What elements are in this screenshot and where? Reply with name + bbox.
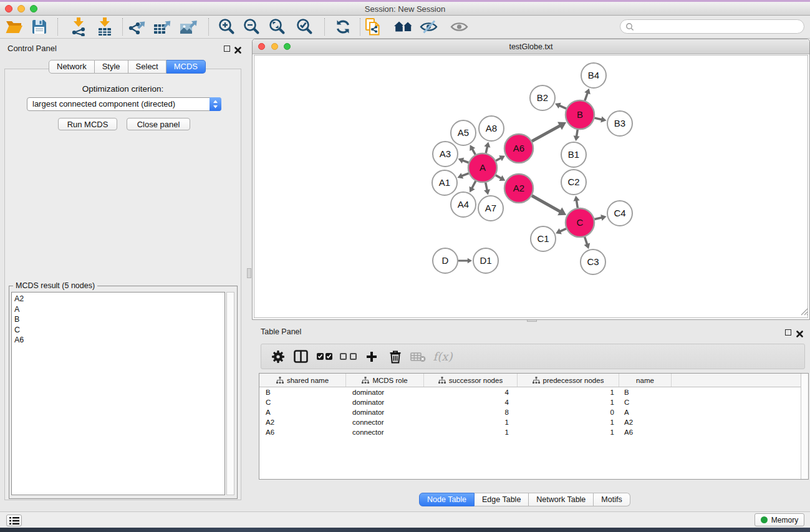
vertical-splitter-handle[interactable] xyxy=(247,268,251,278)
graph-node-C2[interactable]: C2 xyxy=(561,170,586,195)
mcds-result-item[interactable]: C xyxy=(12,325,224,336)
graph-edge-B-B1[interactable] xyxy=(577,130,578,137)
run-mcds-button[interactable]: Run MCDS xyxy=(58,118,117,130)
table-cell[interactable]: 1 xyxy=(518,418,619,426)
table-row[interactable]: A6connector11A6 xyxy=(259,427,801,437)
table-row[interactable]: Cdominator41C xyxy=(259,397,801,407)
table-cell[interactable]: dominator xyxy=(346,399,424,406)
import-table-button[interactable] xyxy=(94,17,116,37)
table-row[interactable]: Bdominator41B xyxy=(259,387,801,397)
table-cell[interactable]: 8 xyxy=(424,409,518,416)
graph-node-B1[interactable]: B1 xyxy=(561,142,586,167)
graph-node-A2[interactable]: A2 xyxy=(504,174,533,203)
graph-edge-A-A7[interactable] xyxy=(486,183,488,191)
network-window-titlebar[interactable]: testGlobe.txt xyxy=(253,39,809,54)
graph-node-A5[interactable]: A5 xyxy=(451,120,476,145)
table-cell[interactable]: 1 xyxy=(424,428,518,436)
graph-node-A8[interactable]: A8 xyxy=(479,116,504,141)
column-header-name[interactable]: name xyxy=(619,374,672,387)
delete-table-button[interactable] xyxy=(406,344,430,369)
table-cell[interactable]: A2 xyxy=(259,418,346,426)
resize-grip-icon[interactable] xyxy=(800,307,808,318)
graph-edge-B-B2[interactable] xyxy=(559,105,566,109)
memory-button[interactable]: Memory xyxy=(755,513,804,526)
graph-node-D1[interactable]: D1 xyxy=(473,248,498,273)
graph-node-A[interactable]: A xyxy=(468,153,497,182)
float-panel-icon[interactable] xyxy=(224,46,230,52)
table-row[interactable]: Adominator80A xyxy=(259,407,801,417)
hide-details-button[interactable] xyxy=(418,17,440,37)
table-cell[interactable]: dominator xyxy=(346,409,424,416)
graph-node-B4[interactable]: B4 xyxy=(581,63,606,88)
graph-edge-C-C4[interactable] xyxy=(594,218,602,220)
tab-network[interactable]: Network xyxy=(49,60,95,74)
table-cell[interactable]: A xyxy=(259,409,346,416)
search-input[interactable] xyxy=(637,22,804,31)
graph-node-A3[interactable]: A3 xyxy=(433,142,458,167)
show-details-button[interactable] xyxy=(448,17,471,37)
graph-node-B2[interactable]: B2 xyxy=(530,85,555,110)
import-network-button[interactable] xyxy=(67,17,90,37)
deselect-all-button[interactable] xyxy=(336,344,360,369)
graph-node-B3[interactable]: B3 xyxy=(607,111,632,136)
graph-edge-A6-B[interactable] xyxy=(532,125,560,141)
apply-layout-button[interactable] xyxy=(332,17,354,37)
close-panel-button[interactable]: Close panel xyxy=(127,118,190,130)
graph-node-C4[interactable]: C4 xyxy=(607,201,632,226)
function-builder-button[interactable]: f(x) xyxy=(430,344,456,369)
column-header-successor-nodes[interactable]: successor nodes xyxy=(424,374,518,387)
export-image-button[interactable] xyxy=(178,17,200,37)
network-canvas[interactable]: B4B2BB3A8A5A6B1A3AA1C2A2A4A7C4CC1C3DD1 xyxy=(254,55,808,318)
delete-columns-button[interactable] xyxy=(383,344,407,369)
table-cell[interactable]: A xyxy=(619,409,672,416)
table-cell[interactable]: A6 xyxy=(619,428,672,436)
tab-network-table[interactable]: Network Table xyxy=(529,493,594,506)
zoom-fit-button[interactable] xyxy=(266,17,288,37)
search-field[interactable] xyxy=(620,19,804,34)
graph-edge-A2-C[interactable] xyxy=(532,196,561,212)
graph-node-C3[interactable]: C3 xyxy=(581,249,605,274)
export-network-button[interactable] xyxy=(127,17,149,37)
graph-edge-A-A3[interactable] xyxy=(463,160,469,163)
graph-edge-C-C3[interactable] xyxy=(585,237,587,244)
table-cell[interactable]: B xyxy=(619,389,672,396)
column-header-mcds-role[interactable]: MCDS role xyxy=(346,374,424,387)
table-cell[interactable]: A6 xyxy=(259,428,346,436)
graph-edge-A-A6[interactable] xyxy=(496,158,501,160)
close-table-panel-icon[interactable] xyxy=(796,329,803,340)
float-table-panel-icon[interactable] xyxy=(785,329,791,336)
graph-edge-C-C1[interactable] xyxy=(560,229,566,231)
table-cell[interactable]: B xyxy=(259,389,346,396)
table-cell[interactable]: 4 xyxy=(424,389,518,396)
table-cell[interactable]: 1 xyxy=(518,428,619,436)
graph-edge-B-B4[interactable] xyxy=(585,93,587,101)
table-cell[interactable]: C xyxy=(619,399,672,406)
table-cell[interactable]: 0 xyxy=(518,409,619,416)
mcds-result-item[interactable]: B xyxy=(12,314,224,325)
column-header-predecessor-nodes[interactable]: predecessor nodes xyxy=(518,374,619,387)
table-cell[interactable]: 1 xyxy=(424,418,518,426)
graph-node-B[interactable]: B xyxy=(566,100,594,129)
show-columns-button[interactable] xyxy=(289,344,312,369)
zoom-out-button[interactable] xyxy=(240,17,263,37)
export-table-button[interactable] xyxy=(152,17,174,37)
graph-edge-A-A2[interactable] xyxy=(496,175,501,178)
table-settings-button[interactable] xyxy=(266,344,290,369)
table-cell[interactable]: 1 xyxy=(518,389,619,396)
graph-edge-B-B3[interactable] xyxy=(594,118,602,120)
graph-node-C[interactable]: C xyxy=(566,208,594,237)
graph-node-A1[interactable]: A1 xyxy=(432,170,457,195)
tab-style[interactable]: Style xyxy=(95,60,128,74)
select-all-button[interactable] xyxy=(312,344,336,369)
graph-edge-C-C2[interactable] xyxy=(576,200,577,208)
mcds-result-list[interactable]: A2ABCA6 xyxy=(11,292,225,495)
zoom-selected-button[interactable] xyxy=(293,17,316,37)
add-column-button[interactable] xyxy=(360,344,383,369)
zoom-in-button[interactable] xyxy=(215,17,238,37)
save-session-button[interactable] xyxy=(28,17,51,37)
close-panel-icon[interactable] xyxy=(234,45,241,56)
graph-edge-A-A8[interactable] xyxy=(486,147,487,153)
graph-node-A7[interactable]: A7 xyxy=(478,196,503,221)
mcds-result-item[interactable]: A6 xyxy=(12,335,224,346)
mcds-result-item[interactable]: A xyxy=(12,304,224,315)
